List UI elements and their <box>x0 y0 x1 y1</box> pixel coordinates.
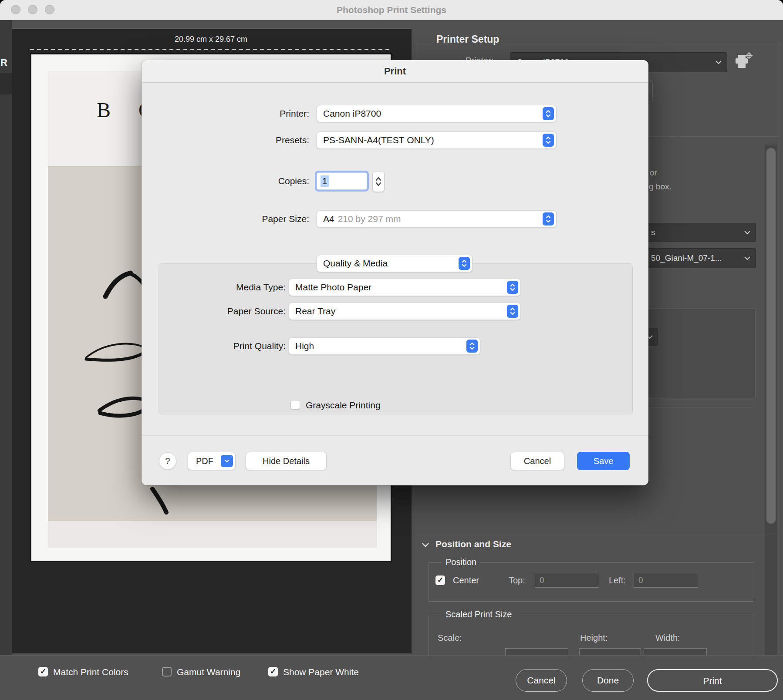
left-panel-edge: R <box>0 20 12 655</box>
gamut-warning-label: Gamut Warning <box>177 667 240 677</box>
dialog-cancel-button[interactable]: Cancel <box>510 452 564 470</box>
position-size-divider <box>416 533 779 533</box>
height-field[interactable] <box>579 648 641 655</box>
bg-printer-profile-dropdown[interactable]: 50_Giani-M_07-1... <box>640 248 756 268</box>
show-paper-white-label: Show Paper White <box>283 667 359 677</box>
bg-text-fragment-1: or <box>650 168 657 178</box>
dropdown-stepper-icon <box>543 107 554 120</box>
checkmark-icon: ✓ <box>40 667 46 676</box>
width-field[interactable] <box>644 648 707 655</box>
presets-dropdown[interactable]: PS-SANN-A4(TEST ONLY) <box>317 131 557 149</box>
done-button[interactable]: Done <box>582 669 634 692</box>
bg-text-fragment-2: g box. <box>649 182 672 192</box>
top-label: Top: <box>509 575 525 586</box>
dropdown-stepper-icon <box>543 134 554 147</box>
printer-label: Printer: <box>196 108 309 119</box>
chevron-down-icon <box>744 256 750 260</box>
panel-right-border <box>779 42 779 655</box>
media-type-dropdown[interactable]: Matte Photo Paper <box>289 279 521 296</box>
grayscale-printing-checkbox[interactable] <box>290 400 300 410</box>
height-label: Height: <box>580 633 608 643</box>
match-print-colors-checkbox[interactable]: ✓ <box>38 667 48 676</box>
position-size-heading: Position and Size <box>435 539 511 549</box>
gamut-warning-checkbox[interactable] <box>162 667 172 676</box>
grayscale-printing-label: Grayscale Printing <box>306 400 381 411</box>
left-field[interactable]: 0 <box>634 573 698 588</box>
selection-dashed-border <box>30 49 392 50</box>
clipped-panel-letter: R <box>0 57 7 68</box>
scale-field[interactable] <box>505 648 568 655</box>
dropdown-stepper-icon <box>459 257 470 270</box>
dropdown-stepper-icon <box>507 281 518 294</box>
dropdown-stepper-icon <box>466 340 478 353</box>
save-button[interactable]: Save <box>577 452 630 470</box>
print-dialog-header: Print <box>142 60 648 83</box>
dropdown-stepper-icon <box>543 212 554 225</box>
stepper-down-icon <box>375 182 381 186</box>
help-button[interactable]: ? <box>159 452 176 470</box>
printer-dropdown[interactable]: Canon iP8700 <box>317 105 557 122</box>
printer-plus-icon[interactable] <box>733 52 753 71</box>
print-quality-label: Print Quality: <box>172 341 286 351</box>
hide-details-button[interactable]: Hide Details <box>246 452 327 470</box>
scale-label: Scale: <box>438 633 462 643</box>
scaled-print-size-legend: Scaled Print Size <box>442 609 515 619</box>
window-title: Photoshop Print Settings <box>0 0 783 20</box>
show-paper-white-checkbox[interactable]: ✓ <box>268 667 278 676</box>
photoshop-print-settings-window: Photoshop Print Settings R 20.99 cm x 29… <box>0 0 783 700</box>
bottom-bar-divider <box>0 655 783 656</box>
panel-edge-divider <box>0 73 12 94</box>
chevron-down-icon <box>716 61 722 64</box>
dropdown-stepper-icon <box>507 305 518 318</box>
copies-input[interactable]: 1 <box>317 172 367 190</box>
stepper-up-icon <box>375 177 381 181</box>
printer-setup-heading: Printer Setup <box>435 34 503 45</box>
paper-source-dropdown[interactable]: Rear Tray <box>289 303 521 320</box>
print-dialog-title: Print <box>142 60 648 83</box>
print-dialog: Print Printer: Canon iP8700 Presets: PS-… <box>142 60 648 485</box>
paper-size-detail: 210 by 297 mm <box>334 214 401 224</box>
media-type-label: Media Type: <box>172 282 286 293</box>
paper-size-label: Paper Size: <box>196 214 309 224</box>
left-label: Left: <box>609 575 626 586</box>
bg-color-handling-dropdown[interactable]: s <box>640 223 756 242</box>
paper-dimensions-label: 20.99 cm x 29.67 cm <box>30 35 392 44</box>
pdf-button[interactable]: PDF <box>188 452 236 470</box>
panel-scrollbar-thumb[interactable] <box>766 148 776 524</box>
copies-stepper[interactable] <box>372 171 385 192</box>
checkmark-icon: ✓ <box>270 667 276 676</box>
pdf-menu-chevron-icon[interactable] <box>221 455 233 467</box>
cancel-button[interactable]: Cancel <box>516 669 567 692</box>
disclosure-chevron-icon[interactable] <box>422 542 429 547</box>
center-label: Center <box>453 575 479 586</box>
copies-label: Copies: <box>196 176 309 186</box>
position-legend: Position <box>442 557 480 567</box>
width-label: Width: <box>655 633 680 643</box>
checkmark-icon: ✓ <box>437 576 443 584</box>
artwork-footer-band <box>48 521 377 548</box>
print-button[interactable]: Print <box>647 669 778 692</box>
print-quality-dropdown[interactable]: High <box>289 337 480 355</box>
paper-size-dropdown[interactable]: A4 210 by 297 mm <box>317 210 557 228</box>
paper-source-label: Paper Source: <box>172 306 286 316</box>
top-field[interactable]: 0 <box>535 573 599 588</box>
chevron-down-icon <box>744 231 750 235</box>
dialog-footer-divider <box>142 435 648 436</box>
presets-label: Presets: <box>196 135 309 145</box>
center-checkbox[interactable]: ✓ <box>435 575 445 585</box>
pane-selector-dropdown[interactable]: Quality & Media <box>317 255 472 272</box>
match-print-colors-label: Match Print Colors <box>53 667 128 677</box>
window-titlebar: Photoshop Print Settings <box>0 0 783 20</box>
